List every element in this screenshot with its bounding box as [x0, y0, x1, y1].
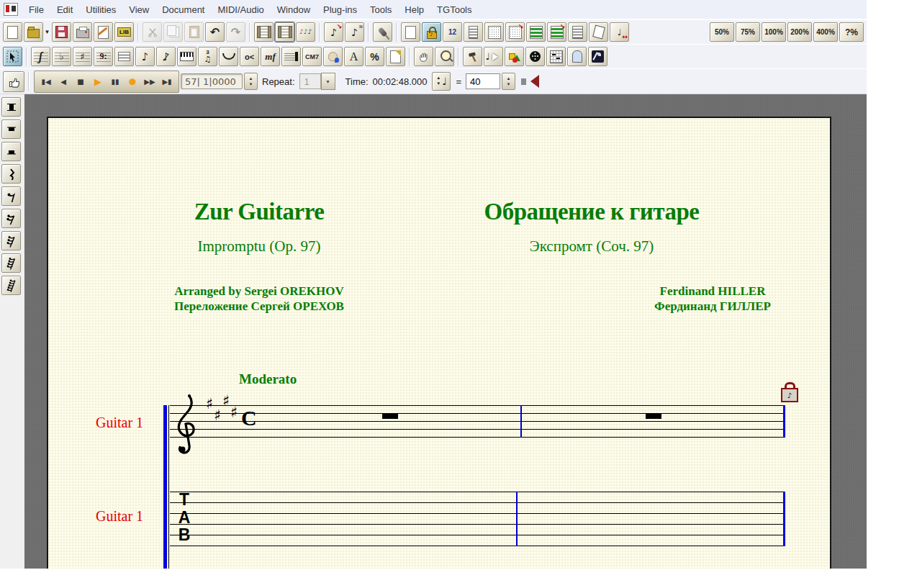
locked-measure-icon[interactable]: ♪	[781, 382, 798, 402]
position-spinner[interactable]: ▲▼	[244, 73, 258, 90]
dynamics-button[interactable]: mf	[261, 47, 280, 66]
repeat-select[interactable]: 1 ▼	[299, 73, 335, 90]
speaker-icon[interactable]	[520, 73, 537, 90]
score-canvas[interactable]: Zur Guitarre Обращение к гитаре Imprompt…	[24, 94, 867, 569]
new-file-button[interactable]	[3, 22, 22, 42]
cut-button[interactable]	[143, 22, 162, 42]
grace-note-button[interactable]: ♪̷	[156, 47, 176, 66]
stop-button[interactable]: ■	[72, 73, 89, 90]
note-attributes-button[interactable]: ♩	[484, 47, 503, 66]
zoom-tool-button[interactable]	[435, 47, 454, 66]
flat-key-button[interactable]: ♭	[52, 47, 71, 66]
staff-display-button[interactable]	[526, 22, 546, 42]
paste-button[interactable]	[184, 22, 204, 42]
tempo-note-button[interactable]: ▲▼ ♩	[432, 72, 451, 91]
export-button[interactable]	[94, 22, 113, 42]
duration-breve-rest-button[interactable]	[1, 97, 21, 117]
midi-import-button[interactable]: ♪↘	[324, 22, 343, 42]
staff-insert-button[interactable]: ↘	[547, 22, 566, 42]
tempo-input[interactable]	[466, 73, 500, 89]
keyboard-button[interactable]	[177, 47, 196, 66]
barline-button[interactable]	[281, 47, 301, 66]
duration-half-rest-button[interactable]	[1, 142, 21, 161]
staff2-instrument-label[interactable]: Guitar 1	[96, 508, 143, 525]
score-page[interactable]: Zur Guitarre Обращение к гитаре Imprompt…	[47, 117, 831, 569]
text-tool-button[interactable]: A	[344, 47, 363, 66]
slur-tie-button[interactable]	[219, 47, 238, 66]
staff-barline-mid[interactable]	[520, 405, 522, 438]
chord-diagram-button[interactable]: CM7	[302, 47, 322, 66]
duration-32nd-rest-button[interactable]	[1, 231, 21, 250]
note-spacing-button[interactable]: ♩↔	[610, 22, 629, 42]
play-button[interactable]: ▶	[89, 73, 107, 90]
menu-item-file[interactable]: File	[22, 1, 50, 18]
thumbs-up-button[interactable]	[3, 71, 24, 92]
piano-roll-button[interactable]	[546, 47, 566, 66]
colored-notes-button[interactable]: ♪♪♪	[296, 22, 315, 42]
menu-item-midi-audio[interactable]: MIDI/Audio	[211, 1, 270, 18]
record-button[interactable]: ●	[124, 73, 141, 90]
lock-duration-button[interactable]: ♪	[422, 22, 441, 42]
go-to-start-button[interactable]: ▮◀	[37, 73, 55, 90]
open-file-button[interactable]	[24, 22, 43, 42]
staff-barline-end[interactable]	[783, 405, 785, 438]
treble-clef-button[interactable]: ʃ	[31, 47, 50, 66]
menu-item-view[interactable]: View	[122, 1, 155, 18]
whole-rest-measure2[interactable]	[646, 414, 661, 419]
fast-forward-button[interactable]: ▶▶	[141, 73, 158, 90]
time-signature[interactable]: C	[241, 407, 257, 429]
zoom-100-button[interactable]: 100%	[762, 22, 786, 42]
multimedia-button[interactable]	[505, 47, 524, 66]
redo-button[interactable]: ↷	[226, 22, 245, 42]
save-button[interactable]	[52, 22, 71, 42]
bass-clef-button[interactable]: 9:	[94, 47, 113, 66]
menu-item-tgtools[interactable]: TGTools	[430, 1, 478, 18]
page-orientation-button[interactable]	[589, 22, 608, 42]
app-icon[interactable]	[4, 3, 18, 16]
go-to-end-button[interactable]: ▶▮	[158, 73, 176, 90]
grid-insert-button[interactable]: ↘	[505, 22, 525, 42]
pause-button[interactable]: ▮▮	[107, 73, 124, 90]
duration-128th-rest-button[interactable]	[1, 276, 21, 295]
selection-cursor-button[interactable]	[3, 47, 22, 66]
repeat-measure-button[interactable]: %	[365, 47, 384, 66]
duration-16th-rest-button[interactable]	[1, 209, 21, 228]
record-microphone-button[interactable]	[373, 22, 392, 42]
multitrack-view-button[interactable]	[275, 22, 294, 42]
menu-item-window[interactable]: Window	[271, 1, 317, 18]
duration-whole-rest-button[interactable]	[1, 119, 21, 139]
zoom-400-button[interactable]: 400%	[813, 22, 838, 42]
zoom-50-button[interactable]: 50%	[710, 22, 734, 42]
zoom-75-button[interactable]: 75%	[736, 22, 760, 42]
menu-item-document[interactable]: Document	[155, 1, 211, 18]
whole-rest-measure1[interactable]	[382, 414, 398, 419]
midi-setup-button[interactable]	[525, 47, 545, 66]
grid-display-button[interactable]	[484, 22, 504, 42]
window-view-button[interactable]	[567, 47, 587, 66]
zoom-200-button[interactable]: 200%	[787, 22, 812, 42]
page-preview-button[interactable]	[401, 22, 420, 42]
duration-quarter-rest-button[interactable]	[1, 164, 21, 184]
page-layout-button[interactable]	[568, 22, 587, 42]
note-entry-button[interactable]: ♪	[135, 47, 155, 66]
duration-64th-rest-button[interactable]	[1, 253, 21, 273]
duration-eighth-rest-button[interactable]	[1, 186, 21, 206]
position-display[interactable]: 57| 1|0000	[181, 73, 243, 89]
measure-numbers-button[interactable]: 12	[443, 22, 462, 42]
menu-item-plug-ins[interactable]: Plug-ins	[317, 1, 363, 18]
menu-item-edit[interactable]: Edit	[50, 1, 79, 18]
library-button[interactable]: LIB	[114, 22, 134, 42]
tab-barline-end[interactable]	[783, 492, 785, 546]
treble-clef[interactable]	[175, 392, 199, 458]
octave-mark-button[interactable]: o<	[240, 47, 259, 66]
print-button[interactable]	[73, 22, 92, 42]
rewind-button[interactable]: ◀	[55, 73, 72, 90]
paste-format-button[interactable]	[386, 47, 405, 66]
zoom-custom-button[interactable]: ?%	[839, 22, 864, 42]
staff1-instrument-label[interactable]: Guitar 1	[96, 415, 143, 431]
undo-button[interactable]: ↶	[205, 22, 225, 42]
signature-button[interactable]	[588, 47, 607, 66]
chevron-down-icon[interactable]: ▼	[321, 73, 335, 90]
tempo-spinner[interactable]: ▲▼	[502, 73, 515, 90]
menu-item-tools[interactable]: Tools	[363, 1, 398, 18]
